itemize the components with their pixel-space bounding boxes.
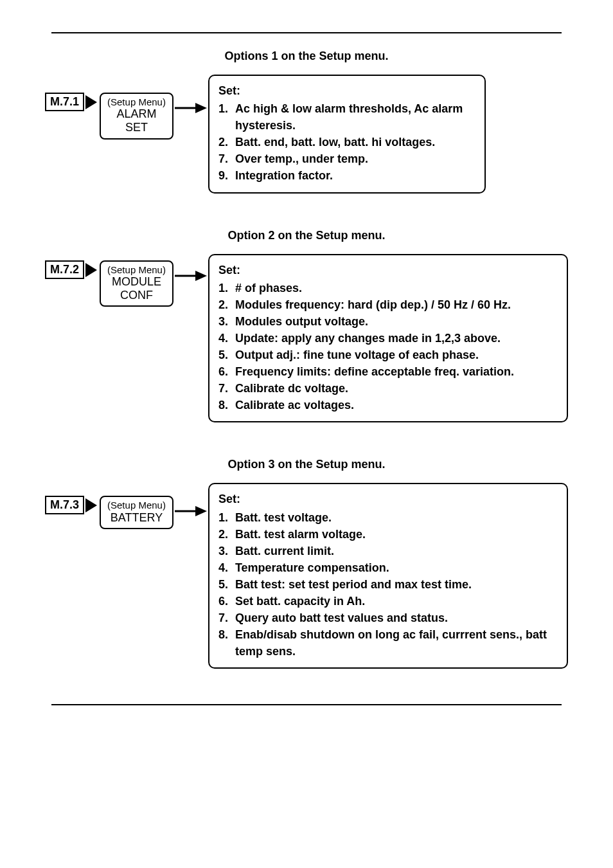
menu-code: M.7.2 — [45, 260, 84, 279]
item-text: Batt. test voltage. — [235, 509, 558, 526]
item-text: # of phases. — [235, 280, 558, 296]
item-text: Calibrate ac voltages. — [235, 397, 558, 413]
item-number: 4. — [218, 330, 235, 347]
arrow-icon-wrap — [175, 269, 207, 282]
svg-marker-3 — [85, 263, 97, 277]
description-box: Set:1.Ac high & low alarm thresholds, Ac… — [208, 75, 486, 194]
menu-section: Options 1 on the Setup menu.M.7.1(Setup … — [45, 50, 568, 194]
arrow-icon-wrap — [85, 498, 98, 512]
arrow-icon-wrap — [175, 505, 207, 518]
section-row: M.7.3(Setup Menu)BATTERYSet:1.Batt. test… — [45, 483, 568, 669]
item-number: 1. — [218, 509, 235, 526]
list-item: 3.Modules output voltage. — [218, 313, 558, 330]
item-text: Query auto batt test values and status. — [235, 610, 558, 626]
menu-section: Option 2 on the Setup menu.M.7.2(Setup M… — [45, 229, 568, 423]
item-text: Enab/disab shutdown on long ac fail, cur… — [235, 626, 558, 660]
item-text: Batt test: set test period and max test … — [235, 576, 558, 593]
item-text: Calibrate dc voltage. — [235, 380, 558, 397]
arrow-icon-wrap — [85, 95, 98, 109]
menu-line: SET — [107, 121, 166, 134]
item-number: 8. — [218, 397, 235, 413]
item-number: 6. — [218, 363, 235, 380]
list-item: 8.Calibrate ac voltages. — [218, 397, 558, 413]
item-text: Batt. current limit. — [235, 543, 558, 559]
item-number: 5. — [218, 576, 235, 593]
item-number: 7. — [218, 610, 235, 626]
description-box: Set:1.Batt. test voltage.2.Batt. test al… — [208, 483, 568, 669]
item-text: Temperature compensation. — [235, 559, 558, 576]
menu-super: (Setup Menu) — [107, 96, 166, 107]
item-number: 7. — [218, 380, 235, 397]
list-item: 6.Frequency limits: define acceptable fr… — [218, 363, 558, 380]
menu-line: ALARM — [107, 107, 166, 121]
item-number: 1. — [218, 100, 235, 134]
left-block: M.7.3(Setup Menu)BATTERY — [45, 496, 208, 529]
menu-box: (Setup Menu)MODULECONF — [100, 260, 173, 307]
menu-line: MODULE — [107, 275, 166, 289]
list-item: 5.Output adj.: fine tune voltage of each… — [218, 347, 558, 363]
list-item: 4.Update: apply any changes made in 1,2,… — [218, 330, 558, 347]
svg-marker-5 — [195, 271, 207, 281]
item-number: 7. — [218, 150, 235, 167]
item-number: 8. — [218, 626, 235, 660]
item-number: 2. — [218, 296, 235, 313]
list-item: 1.Batt. test voltage. — [218, 509, 558, 526]
list-item: 1.Ac high & low alarm thresholds, Ac ala… — [218, 100, 475, 134]
list-item: 4.Temperature compensation. — [218, 559, 558, 576]
item-text: Modules frequency: hard (dip dep.) / 50 … — [235, 296, 558, 313]
section-caption: Option 3 on the Setup menu. — [45, 458, 568, 471]
arrow-icon-wrap — [175, 102, 207, 114]
item-text: Ac high & low alarm thresholds, Ac alarm… — [235, 100, 475, 134]
description-box: Set:1.# of phases.2.Modules frequency: h… — [208, 254, 568, 423]
page: Options 1 on the Setup menu.M.7.1(Setup … — [0, 0, 613, 744]
menu-super: (Setup Menu) — [107, 264, 166, 275]
sections-host: Options 1 on the Setup menu.M.7.1(Setup … — [45, 50, 568, 669]
item-number: 3. — [218, 313, 235, 330]
top-rule — [51, 32, 562, 33]
list-item: 9.Integration factor. — [218, 167, 475, 184]
list-item: 2.Modules frequency: hard (dip dep.) / 5… — [218, 296, 558, 313]
arrow-right-icon — [175, 269, 207, 282]
menu-super: (Setup Menu) — [107, 500, 166, 511]
item-text: Batt. test alarm voltage. — [235, 526, 558, 543]
item-number: 1. — [218, 280, 235, 296]
svg-marker-0 — [85, 95, 97, 109]
item-text: Set batt. capacity in Ah. — [235, 593, 558, 610]
item-text: Integration factor. — [235, 167, 475, 184]
menu-box: (Setup Menu)BATTERY — [100, 496, 173, 529]
svg-marker-6 — [85, 498, 97, 512]
section-row: M.7.2(Setup Menu)MODULECONFSet:1.# of ph… — [45, 254, 568, 423]
item-text: Batt. end, batt. low, batt. hi voltages. — [235, 134, 475, 150]
item-number: 2. — [218, 526, 235, 543]
item-text: Over temp., under temp. — [235, 150, 475, 167]
list-item: 3.Batt. current limit. — [218, 543, 558, 559]
menu-line: BATTERY — [107, 511, 166, 525]
item-text: Update: apply any changes made in 1,2,3 … — [235, 330, 558, 347]
arrow-right-icon — [175, 505, 207, 518]
left-block: M.7.2(Setup Menu)MODULECONF — [45, 260, 208, 307]
set-label: Set: — [218, 82, 475, 99]
bottom-rule — [51, 704, 562, 705]
set-label: Set: — [218, 491, 558, 507]
section-row: M.7.1(Setup Menu)ALARMSETSet:1.Ac high &… — [45, 75, 568, 194]
list-item: 8.Enab/disab shutdown on long ac fail, c… — [218, 626, 558, 660]
item-text: Modules output voltage. — [235, 313, 558, 330]
list-item: 7.Calibrate dc voltage. — [218, 380, 558, 397]
list-item: 2.Batt. test alarm voltage. — [218, 526, 558, 543]
svg-marker-2 — [195, 103, 207, 113]
section-caption: Options 1 on the Setup menu. — [45, 50, 568, 63]
menu-code: M.7.1 — [45, 93, 84, 111]
arrow-right-icon — [85, 95, 98, 109]
svg-marker-8 — [195, 506, 207, 516]
item-number: 3. — [218, 543, 235, 559]
arrow-right-icon — [85, 498, 98, 512]
list-item: 1.# of phases. — [218, 280, 558, 296]
list-item: 7.Query auto batt test values and status… — [218, 610, 558, 626]
list-item: 2.Batt. end, batt. low, batt. hi voltage… — [218, 134, 475, 150]
menu-box: (Setup Menu)ALARMSET — [100, 93, 173, 140]
menu-section: Option 3 on the Setup menu.M.7.3(Setup M… — [45, 458, 568, 669]
list-item: 6. Set batt. capacity in Ah. — [218, 593, 558, 610]
item-number: 6. — [218, 593, 235, 610]
item-text: Frequency limits: define acceptable freq… — [235, 363, 558, 380]
item-number: 4. — [218, 559, 235, 576]
